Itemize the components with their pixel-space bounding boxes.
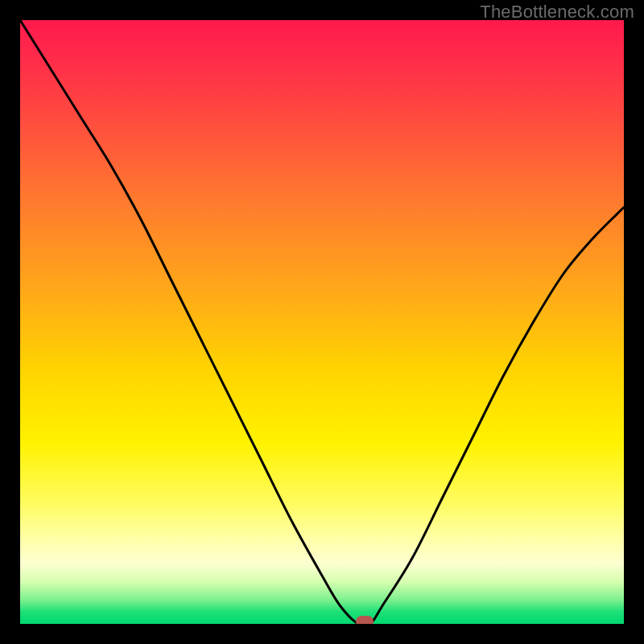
- chart-frame: TheBottleneck.com: [0, 0, 644, 644]
- optimum-marker: [356, 616, 374, 624]
- curve-layer: [20, 20, 624, 624]
- plot-area: [20, 20, 624, 624]
- watermark-text: TheBottleneck.com: [480, 2, 634, 23]
- bottleneck-curve: [20, 20, 624, 624]
